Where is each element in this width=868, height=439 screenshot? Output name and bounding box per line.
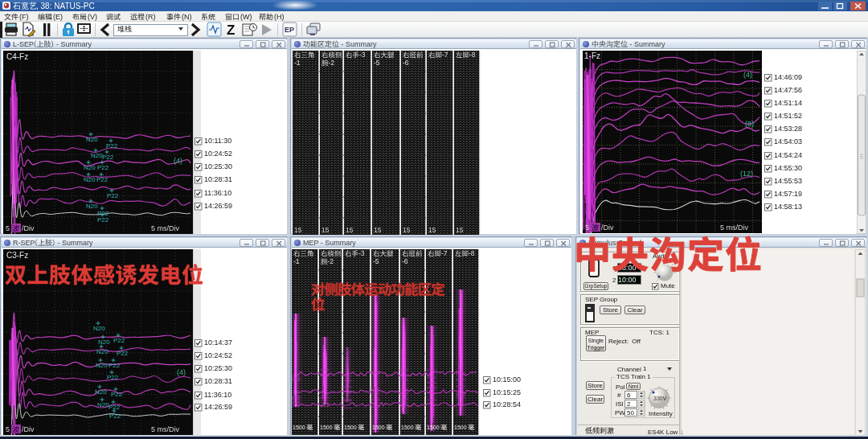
svg-text:N20: N20: [96, 348, 108, 355]
svg-text:5: 5: [6, 224, 10, 232]
svg-text:/Div: /Div: [22, 224, 35, 232]
svg-text:(4): (4): [177, 368, 186, 376]
svg-text:(8): (8): [745, 120, 754, 128]
svg-text:15: 15: [321, 226, 330, 234]
svg-text:N20: N20: [97, 401, 109, 408]
svg-text:(4): (4): [743, 71, 752, 79]
svg-text:1500: 1500: [427, 425, 440, 430]
svg-text:5 ms/Div: 5 ms/Div: [151, 425, 180, 433]
svg-text:P22: P22: [102, 154, 114, 161]
svg-text:5 ms/Div: 5 ms/Div: [151, 224, 180, 232]
svg-text:330V: 330V: [653, 396, 667, 401]
svg-text:(12): (12): [740, 170, 753, 178]
svg-text:P22: P22: [96, 176, 108, 183]
svg-text:5: 5: [585, 224, 589, 232]
svg-text:Z: Z: [227, 23, 235, 38]
svg-text:N20: N20: [86, 136, 98, 143]
svg-text:15: 15: [428, 226, 436, 234]
svg-text:/Div: /Div: [601, 224, 614, 232]
svg-text:C3-Fz: C3-Fz: [6, 251, 28, 260]
svg-text:1500: 1500: [344, 425, 357, 430]
svg-text:N20: N20: [93, 325, 105, 332]
svg-text:P22: P22: [97, 216, 109, 224]
svg-text:P22: P22: [107, 374, 119, 381]
svg-text:C4-Fz: C4-Fz: [6, 52, 28, 61]
svg-text:P22: P22: [117, 350, 129, 357]
svg-text:1500: 1500: [293, 425, 305, 430]
svg-text:15: 15: [374, 226, 382, 234]
svg-text:1500: 1500: [454, 425, 467, 430]
svg-text:/Div: /Div: [22, 425, 35, 433]
svg-text:1500: 1500: [372, 425, 385, 430]
svg-text:P22: P22: [109, 412, 121, 420]
svg-text:N20: N20: [86, 203, 98, 210]
svg-text:5: 5: [6, 425, 10, 433]
svg-text:N20: N20: [84, 176, 96, 183]
svg-text:EP: EP: [285, 26, 294, 34]
svg-text:1500: 1500: [320, 425, 333, 430]
svg-text:P22: P22: [108, 362, 121, 369]
svg-text:1-Fz: 1-Fz: [584, 51, 600, 60]
svg-text:P22: P22: [113, 337, 125, 344]
svg-text:15: 15: [403, 226, 411, 234]
svg-text:N20: N20: [91, 152, 103, 159]
svg-text:15: 15: [346, 226, 354, 234]
svg-text:P22: P22: [107, 192, 119, 199]
svg-text:N20: N20: [84, 164, 96, 171]
svg-text:N20: N20: [95, 388, 107, 396]
svg-text:15: 15: [294, 226, 302, 234]
svg-text:N20: N20: [96, 362, 108, 369]
svg-text:15: 15: [456, 226, 464, 234]
svg-text:1500: 1500: [401, 425, 414, 430]
svg-text:P22: P22: [106, 142, 118, 150]
svg-text:P22: P22: [97, 164, 109, 171]
svg-text:P22: P22: [111, 391, 123, 398]
svg-text:N20: N20: [98, 338, 110, 346]
svg-text:(4): (4): [174, 157, 182, 165]
svg-text:5 ms/Div: 5 ms/Div: [720, 224, 749, 232]
